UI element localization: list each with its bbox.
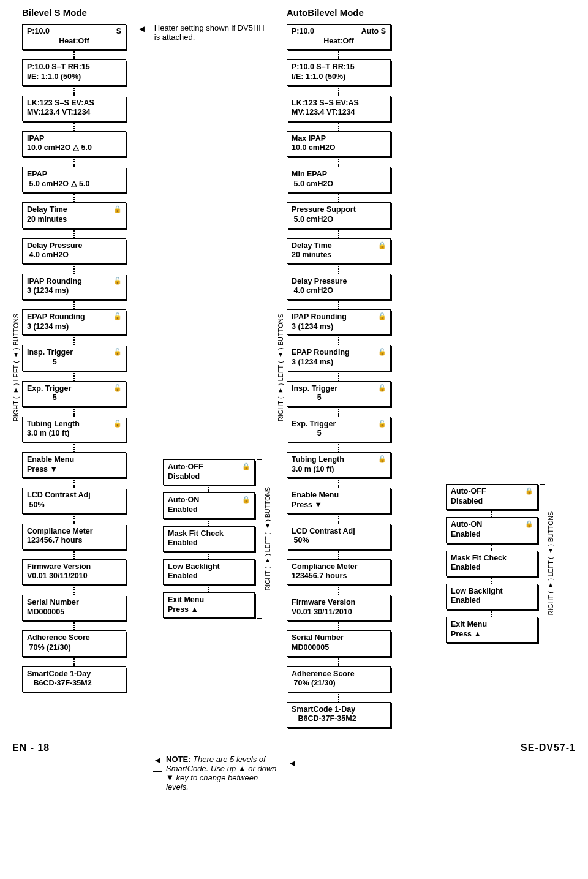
bilevel-box-0: P:10.0SHeat:Off [22, 24, 126, 50]
auto-box-1: P:10.0 S–T RR:15I/E: 1:1.0 (50%) [287, 59, 391, 85]
connector [338, 50, 339, 59]
auto-box-17: Serial NumberMD000005 [287, 630, 391, 656]
connector [338, 86, 339, 96]
bilevel-box-6: Delay Pressure 4.0 cmH2O [22, 238, 126, 264]
bilevel-box-15: Firmware VersionV0.01 30/11/2010 [22, 559, 126, 585]
lock-open-icon: 🔓 [378, 455, 386, 464]
auto-box-3: Max IPAP10.0 cmH2O [287, 131, 391, 157]
connector [491, 576, 492, 584]
title-bilevel: Bilevel S Mode [22, 7, 126, 18]
side-label-submenu2: RIGHT ( ▼ ) LEFT ( ▲ ) BUTTONS [547, 511, 554, 615]
bilevel-box-2: LK:123 S–S EV:ASMV:123.4 VT:1234 [22, 96, 126, 121]
connector [74, 335, 75, 345]
submenu2-box-4: Exit MenuPress ▲ [446, 617, 538, 643]
submenu1-box-0: Auto-OFFDisabled🔒 [163, 459, 255, 485]
connector [338, 621, 339, 630]
bilevel-box-18: SmartCode 1-Day B6CD-37F-35M2 [22, 666, 126, 692]
connector [338, 121, 339, 131]
auto-box-12: Tubing Length3.0 m (10 ft)🔓 [287, 452, 391, 478]
bilevel-box-12: Enable MenuPress ▼ [22, 452, 126, 478]
auto-box-11: Exp. Trigger 5🔓 [287, 417, 391, 442]
arrow-left-icon: ◄— [137, 23, 151, 44]
auto-box-18: Adherence Score 70% (21/30) [287, 666, 391, 692]
auto-box-9: EPAP Rounding3 (1234 ms)🔓 [287, 345, 391, 371]
bilevel-box-16: Serial NumberMD000005 [22, 595, 126, 621]
connector [74, 228, 75, 238]
connector [338, 407, 339, 417]
auto-box-0: P:10.0Auto SHeat:Off [287, 24, 391, 50]
connector [74, 514, 75, 524]
connector [208, 519, 209, 526]
connector [338, 157, 339, 167]
connector [338, 585, 339, 595]
connector [491, 543, 492, 551]
side-label-submenu1: RIGHT ( ▼ ) LEFT ( ▲ ) BUTTONS [264, 487, 271, 590]
connector [74, 192, 75, 202]
lock-open-icon: 🔓 [113, 384, 122, 393]
connector [208, 485, 209, 492]
connector [74, 549, 75, 559]
auto-box-6: Delay Time20 minutes🔒 [287, 238, 391, 264]
auto-box-8: IPAP Rounding3 (1234 ms)🔓 [287, 309, 391, 335]
bilevel-chain: P:10.0SHeat:OffP:10.0 S–T RR:15I/E: 1:1.… [22, 24, 126, 692]
bilevel-box-4: EPAP 5.0 cmH2O △ 5.0 [22, 167, 126, 192]
submenu1-box-1: Auto-ONEnabled🔒 [163, 492, 255, 518]
lock-open-icon: 🔓 [378, 420, 386, 428]
side-label-bilevel: RIGHT ( ▼ ) LEFT ( ▲ ) BUTTONS [12, 314, 20, 421]
bilevel-box-8: EPAP Rounding3 (1234 ms)🔓 [22, 309, 126, 335]
bilevel-box-1: P:10.0 S–T RR:15I/E: 1:1.0 (50%) [22, 59, 126, 85]
lock-closed-icon: 🔒 [113, 205, 122, 214]
connector [491, 510, 492, 517]
lock-closed-icon: 🔒 [378, 241, 386, 250]
connector [74, 407, 75, 417]
connector [338, 514, 339, 524]
connector [74, 86, 75, 96]
bilevel-box-17: Adherence Score 70% (21/30) [22, 630, 126, 656]
submenu1-box-2: Mask Fit CheckEnabled [163, 526, 255, 552]
connector [338, 442, 339, 452]
lock-open-icon: 🔓 [378, 348, 386, 357]
connector [208, 552, 209, 559]
connector [74, 121, 75, 131]
auto-submenu-block: Auto-OFFDisabled🔒Auto-ONEnabled🔒Mask Fit… [446, 484, 554, 643]
connector [74, 478, 75, 488]
heater-note: ◄— Heater setting shown if DV5HH is atta… [137, 23, 266, 44]
auto-box-10: Insp. Trigger 5🔓 [287, 381, 391, 407]
side-label-auto: RIGHT ( ▼ ) LEFT ( ▲ ) BUTTONS [277, 314, 284, 421]
connector [338, 300, 339, 309]
lock-open-icon: 🔓 [113, 348, 122, 357]
arrow-left-icon: ◄— [153, 755, 162, 761]
bilevel-box-14: Compliance Meter123456.7 hours [22, 524, 126, 549]
submenu2-box-3: Low BacklightEnabled [446, 584, 538, 609]
connector [338, 264, 339, 274]
connector [338, 371, 339, 381]
arrow-left-icon: ◄— [288, 758, 306, 761]
auto-box-2: LK:123 S–S EV:ASMV:123.4 VT:1234 [287, 96, 391, 121]
connector [338, 692, 339, 702]
lock-closed-icon: 🔒 [525, 520, 533, 529]
lock-open-icon: 🔓 [378, 384, 386, 393]
auto-box-5: Pressure Support 5.0 cmH2O [287, 202, 391, 228]
auto-chain: P:10.0Auto SHeat:OffP:10.0 S–T RR:15I/E:… [287, 24, 391, 728]
title-auto: AutoBilevel Mode [287, 7, 391, 18]
connector [338, 228, 339, 238]
lock-closed-icon: 🔒 [242, 462, 251, 471]
auto-box-7: Delay Pressure 4.0 cmH2O [287, 274, 391, 300]
lock-open-icon: 🔓 [113, 420, 122, 428]
connector [338, 192, 339, 202]
bilevel-box-9: Insp. Trigger 5🔓 [22, 345, 126, 371]
connector [338, 335, 339, 345]
bilevel-box-11: Tubing Length3.0 m (10 ft)🔓 [22, 417, 126, 442]
auto-box-19: SmartCode 1-Day B6CD-37F-35M2 [287, 702, 391, 728]
connector [74, 371, 75, 381]
footer-right: SE-DV57-1 [521, 742, 576, 753]
submenu2-box-0: Auto-OFFDisabled🔒 [446, 484, 538, 510]
connector [491, 609, 492, 617]
auto-box-4: Min EPAP 5.0 cmH2O [287, 167, 391, 192]
submenu1-box-4: Exit MenuPress ▲ [163, 592, 255, 618]
auto-box-13: Enable MenuPress ▼ [287, 488, 391, 513]
auto-box-14: LCD Contrast Adj 50% [287, 524, 391, 549]
smartcode-note: ◄— NOTE: There are 5 levels of SmartCode… [153, 755, 282, 761]
connector [338, 657, 339, 666]
connector [208, 585, 209, 592]
